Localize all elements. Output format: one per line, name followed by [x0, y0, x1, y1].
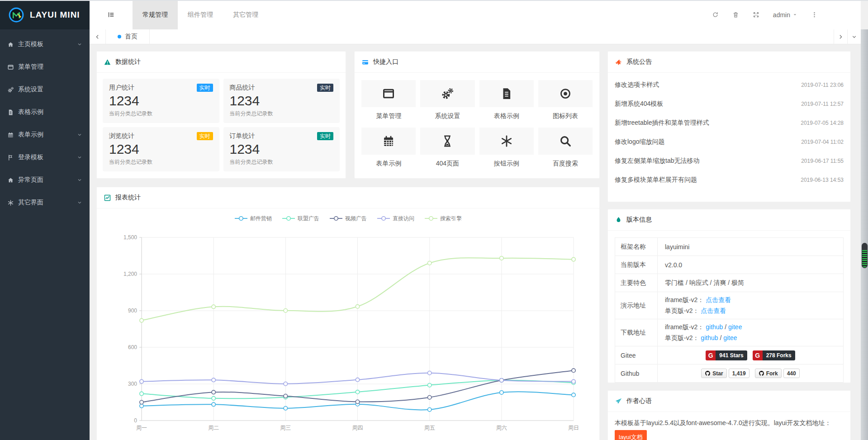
version-link[interactable]: gitee	[728, 323, 742, 331]
gitee-badge-label: 278 Forks	[763, 350, 795, 360]
version-link[interactable]: 点击查看	[701, 307, 726, 314]
main-content: 数据统计 用户统计实时1234当前分类总记录数商品统计实时1234当前分类总记录…	[90, 44, 861, 440]
version-row-value: v2.0.0	[665, 261, 836, 269]
version-link[interactable]: 点击查看	[706, 296, 731, 303]
scrollbar-thumb[interactable]	[862, 243, 868, 268]
notice-text: 新增系统404模板	[615, 100, 663, 108]
github-icon	[705, 370, 711, 376]
layui-doc-badge[interactable]: layui文档	[615, 430, 647, 440]
notice-text: 新增treetable插件和菜单管理样式	[615, 119, 709, 127]
nav-tab-1[interactable]: 组件管理	[178, 0, 223, 29]
link-line-prefix: 单页版-v2：	[665, 307, 699, 314]
notice-item-5[interactable]: 修复多模块菜单栏展开有问题2019-06-13 14:53	[615, 170, 844, 189]
legend-item-1[interactable]: 联盟广告	[282, 215, 319, 222]
quick-entry-7[interactable]: 百度搜索	[538, 128, 593, 168]
notice-date: 2019-06-17 11:55	[801, 158, 844, 164]
github-count[interactable]: 440	[783, 369, 800, 378]
notice-item-2[interactable]: 新增treetable插件和菜单管理样式2019-07-05 14:28	[615, 114, 844, 132]
notice-text: 修复左侧菜单缩放tab无法移动	[615, 157, 699, 165]
notice-item-3[interactable]: 修改logo缩放问题2019-07-04 11:02	[615, 132, 844, 151]
sidebar-item-login-template[interactable]: 登录模板	[0, 146, 90, 169]
version-link[interactable]: github	[701, 334, 718, 341]
legend-item-4[interactable]: 搜索引擎	[424, 215, 462, 222]
search-icon	[559, 134, 572, 148]
notice-item-4[interactable]: 修复左侧菜单缩放tab无法移动2019-06-17 11:55	[615, 151, 844, 170]
sidebar-item-home-template[interactable]: 主页模板	[0, 33, 90, 56]
quick-entry-1[interactable]: 系统设置	[420, 80, 474, 120]
sidebar-item-other-ui[interactable]: 其它界面	[0, 191, 90, 214]
caret-down-icon	[792, 12, 797, 17]
tab-scroll-left-button[interactable]	[90, 29, 106, 44]
notice-date: 2019-07-11 23:06	[801, 82, 844, 88]
tab-scroll-right-button[interactable]	[834, 29, 847, 44]
version-row-label: 主要特色	[615, 274, 658, 292]
github-count[interactable]: 1,419	[729, 369, 749, 378]
version-row-2: 主要特色零门槛 / 响应式 / 清爽 / 极简	[615, 274, 844, 292]
version-link[interactable]: github	[706, 323, 723, 331]
fullscreen-icon[interactable]	[753, 11, 759, 18]
stat-card-2: 浏览统计实时1234当前分类总记录数	[103, 127, 219, 171]
nav-tab-2[interactable]: 其它管理	[223, 0, 268, 29]
topbar-actions: admin	[712, 0, 818, 29]
sidebar-item-form-example[interactable]: 表单示例	[0, 123, 90, 146]
page-scrollbar[interactable]	[861, 29, 868, 440]
quick-entry-tile	[420, 128, 474, 155]
quick-entry-5[interactable]: 404页面	[420, 128, 474, 168]
notice-text: 修复多模块菜单栏展开有问题	[615, 176, 697, 184]
page-tabbar: 首页	[90, 29, 861, 44]
svg-text:900: 900	[128, 308, 137, 314]
notice-item-0[interactable]: 修改选项卡样式2019-07-11 23:06	[615, 76, 844, 95]
github-star-button[interactable]: Star	[701, 369, 726, 378]
quick-entry-label: 404页面	[420, 160, 474, 168]
tab-home[interactable]: 首页	[106, 29, 150, 44]
panel-system-notice: 系统公告 修改选项卡样式2019-07-11 23:06新增系统404模板201…	[607, 51, 851, 202]
sidebar-item-system-settings[interactable]: 系统设置	[0, 78, 90, 101]
clear-cache-icon[interactable]	[732, 11, 739, 18]
stat-card-3: 订单统计实时1234当前分类总记录数	[223, 127, 340, 171]
sidebar-toggle-button[interactable]	[90, 0, 133, 29]
user-menu[interactable]: admin	[773, 11, 797, 19]
legend-item-0[interactable]: 邮件营销	[234, 215, 272, 222]
sidebar-item-menu-management[interactable]: 菜单管理	[0, 56, 90, 78]
stat-caption: 当前分类总记录数	[230, 110, 334, 118]
github-badge-1: Fork440	[755, 369, 800, 378]
stat-caption: 当前分类总记录数	[109, 110, 213, 118]
version-link[interactable]: gitee	[723, 334, 737, 341]
flame-icon	[615, 216, 622, 224]
legend-item-2[interactable]: 视频广告	[329, 215, 367, 222]
legend-item-3[interactable]: 直接访问	[377, 215, 414, 222]
stat-card-1: 商品统计实时1234当前分类总记录数	[223, 79, 340, 123]
scrollbar-thumb-stripes	[862, 250, 867, 267]
gitee-badge-0[interactable]: G941 Stars	[706, 350, 747, 360]
quick-entry-0[interactable]: 菜单管理	[361, 80, 416, 120]
quick-entry-4[interactable]: 表单示例	[361, 128, 416, 168]
gears-icon	[441, 87, 454, 100]
legend-marker-icon	[234, 215, 248, 222]
snow-icon	[500, 134, 513, 148]
link-line-prefix: iframe版-v2：	[665, 323, 704, 331]
tab-operations-dropdown[interactable]	[847, 29, 861, 44]
panel-version-info: 版本信息 框架名称layuimini当前版本v2.0.0主要特色零门槛 / 响应…	[607, 209, 851, 383]
sidebar-item-error-pages[interactable]: 异常页面	[0, 169, 90, 191]
sidebar-item-table-example[interactable]: 表格示例	[0, 101, 90, 123]
calendar-icon	[382, 134, 395, 148]
quick-entry-6[interactable]: 按钮示例	[479, 128, 534, 168]
stat-value: 1234	[109, 93, 213, 109]
gitee-badge-1[interactable]: G278 Forks	[753, 350, 795, 360]
outdent-icon	[107, 11, 115, 19]
github-fork-button[interactable]: Fork	[755, 369, 782, 378]
quick-entry-3[interactable]: 图标列表	[538, 80, 593, 120]
svg-text:周四: 周四	[352, 425, 363, 431]
more-options-icon[interactable]	[811, 11, 818, 18]
sidebar-menu: 主页模板菜单管理系统设置表格示例表单示例登录模板异常页面其它界面	[0, 29, 90, 214]
link-line-prefix: 单页版-v2：	[665, 334, 699, 341]
nav-tab-0[interactable]: 常规管理	[133, 0, 178, 29]
quick-entry-2[interactable]: 表格示例	[479, 80, 534, 120]
report-chart[interactable]: 03006009001,2001,500周一周二周三周四周五周六周日	[97, 224, 599, 438]
version-row-6: GithubStar1,419Fork440	[615, 364, 844, 383]
realtime-badge: 实时	[197, 84, 213, 92]
refresh-icon[interactable]	[712, 11, 719, 18]
notice-item-1[interactable]: 新增系统404模板2019-07-11 12:57	[615, 95, 844, 114]
quick-entry-tile	[361, 80, 416, 107]
stat-cards: 用户统计实时1234当前分类总记录数商品统计实时1234当前分类总记录数浏览统计…	[97, 73, 346, 177]
